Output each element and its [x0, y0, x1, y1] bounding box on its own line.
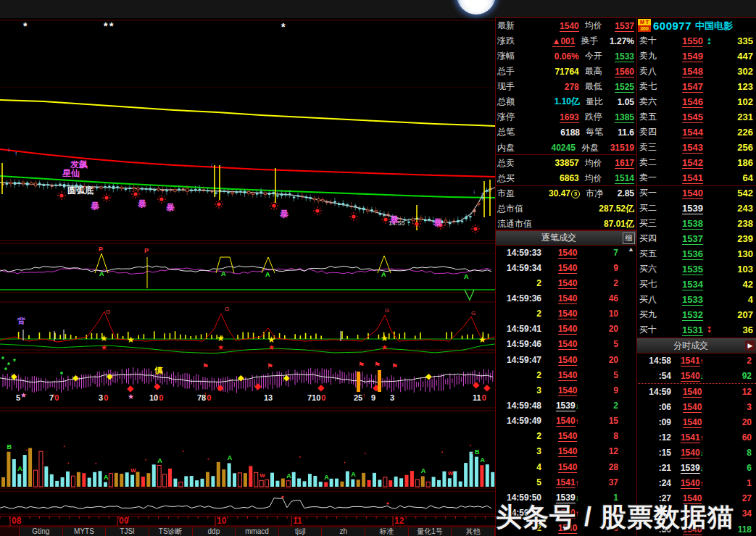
buy-level-row[interactable]: 买七153442 [636, 277, 756, 292]
tick-trade-row[interactable]: 14:59:47154020 [495, 352, 624, 367]
svg-text:G: G [471, 310, 475, 317]
sell-level-row[interactable]: 卖二1542186 [636, 155, 756, 170]
quote-value: 1385 [615, 112, 636, 122]
app-logo-icon [457, 0, 496, 14]
buy-level-row[interactable]: 买二1539243 [636, 201, 756, 216]
detail-button[interactable]: 细 [623, 233, 635, 244]
tick-trade-row[interactable]: 215402 [495, 275, 624, 290]
indicator-tab[interactable]: ddp [193, 527, 236, 536]
sell-level-row[interactable]: 卖九1549447 [636, 49, 756, 64]
indicator-tab[interactable]: 其他 [452, 527, 495, 536]
svg-text:*: * [23, 20, 28, 32]
buy-level-row[interactable]: 买五1536130 [636, 246, 756, 261]
tick-trade-row[interactable]: 4154028 [495, 459, 624, 474]
bao-marker: 暴 [280, 208, 288, 220]
sell-level-row[interactable]: 卖八1548302 [636, 64, 756, 79]
badge-top: M T [638, 19, 651, 25]
sell-level-row[interactable]: 卖六1546102 [636, 94, 756, 109]
buy-level-row[interactable]: 买九1532207 [636, 307, 756, 322]
tick-time: 2 [495, 370, 541, 380]
tick-trade-row[interactable]: 215405 [495, 367, 624, 382]
sell-level-row[interactable]: 卖七1547123 [636, 79, 756, 94]
scroll-up-icon[interactable]: ▲ [628, 246, 636, 253]
tick-trade-row[interactable]: 14:59:481539↓2 [495, 398, 624, 413]
tick-trade-row[interactable]: 14:59:36154046 [495, 290, 624, 306]
order-price: 1539 [665, 203, 703, 214]
pane4-number: 100 [149, 393, 163, 402]
quote-value-text: 71764 [554, 67, 578, 77]
tick-volume: 7 [594, 248, 624, 258]
minute-trade-row[interactable]: :121541↑60 [636, 430, 756, 445]
pane4-zero: 0 [104, 393, 108, 402]
buy-level-row[interactable]: 买十1531▼▼36 [636, 322, 756, 338]
minute-trade-row[interactable]: :541540↓92 [636, 368, 756, 384]
tick-trade-row[interactable]: 14:59:4615405 [495, 337, 624, 352]
order-level-label: 买九 [639, 309, 665, 321]
tick-price-text: 1540 [558, 293, 578, 304]
tick-trade-row[interactable]: 14:59:3415409 [495, 260, 624, 275]
minute-trade-row[interactable]: :151540↓8 [636, 445, 756, 461]
buy-level-row[interactable]: 买六1535103 [636, 261, 756, 277]
svg-text:⚑: ⚑ [374, 361, 381, 369]
quote-value: 1617 [615, 158, 636, 168]
sell-level-row[interactable]: 卖五1545231 [636, 109, 756, 125]
tick-price-text: 1540 [558, 370, 578, 381]
indicator-tab[interactable]: Gting [20, 527, 63, 536]
tick-trade-row[interactable]: 215408 [495, 429, 624, 444]
quote-value: 1.05 [616, 97, 636, 107]
svg-text:A: A [464, 273, 469, 280]
pane4-number: 9 [371, 393, 375, 402]
tick-trade-row[interactable]: 14:59:41154020 [495, 322, 624, 337]
order-price-text: 1548 [682, 66, 703, 78]
minute-price-text: 1540 [681, 448, 700, 458]
info-icon[interactable]: 3 [571, 190, 580, 198]
tick-trade-row[interactable]: 51541↑37 [495, 474, 624, 490]
tick-trade-row[interactable]: 14:59:491540↑15 [495, 414, 624, 429]
minute-trade-row[interactable]: :211539↓6 [636, 461, 756, 476]
quote-row: 涨跌▲001换手1.27% [496, 33, 636, 49]
tick-price-text: 1540 [558, 339, 578, 350]
quote-value-text: 1693 [560, 112, 579, 123]
buy-level-row[interactable]: 买八15334 [636, 292, 756, 307]
buy-level-row[interactable]: 买三1538238 [636, 216, 756, 231]
buy-level-row[interactable]: 买四1537239 [636, 231, 756, 246]
svg-text:◆: ◆ [283, 373, 290, 382]
quote-label: 换手 [575, 35, 610, 47]
minute-trade-row[interactable]: 14:581541↑2 [636, 353, 756, 368]
indicator-tab[interactable]: 量化1号 [409, 527, 452, 536]
minute-trade-row[interactable]: :0615403 [636, 399, 756, 414]
minute-trade-row[interactable]: :09154020 [636, 414, 756, 430]
quote-value-text: 2.85 [618, 188, 634, 198]
up-arrow-icon: ↑ [576, 416, 580, 425]
indicator-tab[interactable]: TJSI [106, 527, 149, 536]
sell-level-row[interactable]: 卖四1544226 [636, 125, 756, 140]
minute-trade-row[interactable]: 14:59154012 [636, 384, 756, 399]
quote-value: 1525 [615, 82, 636, 92]
quote-label: 总卖 [496, 157, 529, 169]
minute-trade-row[interactable]: :241540↑1 [636, 476, 756, 491]
tick-trade-row[interactable]: 315409 [495, 382, 624, 398]
quote-value-text: 1.27% [610, 36, 634, 46]
tick-trade-row[interactable]: 14:59:3315407 [495, 245, 624, 260]
sell-level-row[interactable]: 卖十1550▲▲335 [636, 33, 756, 49]
indicator-pane-6 [0, 495, 491, 508]
sell-level-row[interactable]: 卖一154164 [636, 170, 756, 185]
indicator-tab[interactable]: TS诊断 [149, 527, 193, 536]
sell-level-row[interactable]: 卖三1543256 [636, 140, 756, 155]
indicator-tab[interactable]: 标准 [365, 527, 409, 536]
svg-text:★: ★ [268, 343, 275, 351]
indicator-tab[interactable]: tjsjl [279, 527, 323, 536]
tick-trade-row[interactable]: 3154012 [495, 444, 624, 459]
order-volume: 447 [715, 51, 753, 62]
svg-text:*: * [109, 20, 114, 32]
indicator-tab[interactable]: MYTS [63, 527, 107, 536]
tick-trade-row[interactable]: 2154010 [495, 306, 624, 322]
svg-text:★: ★ [127, 335, 135, 345]
indicator-tab[interactable]: zh [322, 527, 365, 536]
more-icon[interactable]: ▶ [745, 340, 755, 351]
order-price-text: 1550 [682, 35, 703, 47]
buy-level-row[interactable]: 买一1540542 [636, 185, 756, 201]
order-price: 1535 [665, 264, 703, 275]
indicator-tab[interactable]: mmacd [236, 527, 279, 536]
order-price-text: 1531 [682, 324, 703, 336]
